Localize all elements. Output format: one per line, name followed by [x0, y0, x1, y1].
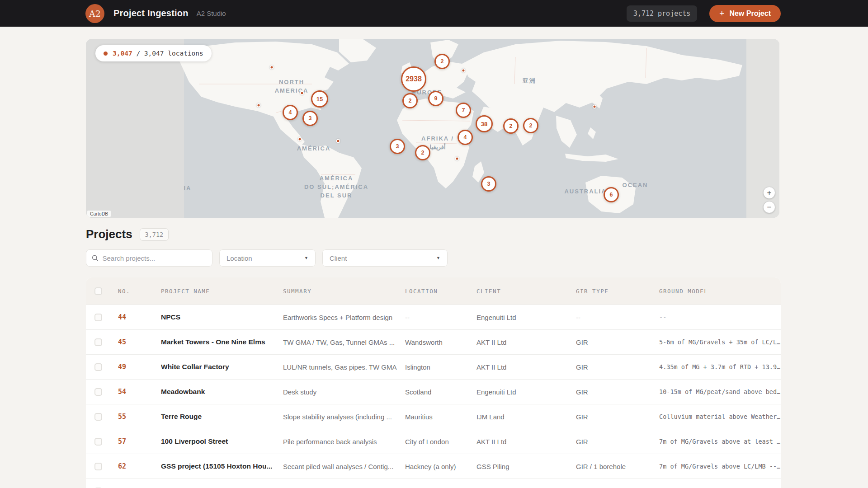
row-summary: Secant piled wall analyses / Contig...: [276, 463, 398, 470]
row-ground-model: 4.35m of MG + 3.7m of RTD + 13.9…: [652, 363, 781, 371]
row-client: Engenuiti Ltd: [469, 388, 569, 396]
location-filter-label: Location: [226, 254, 252, 262]
row-checkbox[interactable]: [94, 388, 102, 396]
table-row[interactable]: 44NPCSEarthworks Specs + Platform design…: [86, 305, 781, 329]
column-header: CLIENT: [469, 288, 569, 295]
row-location: City of London: [398, 438, 469, 446]
client-filter-dropdown[interactable]: Client ▼: [322, 249, 448, 267]
row-gir-type: GIR: [569, 388, 652, 396]
row-location: Hackney (a only): [398, 463, 469, 470]
projects-count-badge: 3,712 projects: [627, 5, 697, 22]
select-all-checkbox[interactable]: [94, 287, 102, 295]
row-summary: Pile performance back analysis: [276, 438, 398, 446]
location-filter-dropdown[interactable]: Location ▼: [219, 249, 316, 267]
map-cluster-marker[interactable]: 6: [604, 187, 619, 202]
row-project-name: Terre Rouge: [154, 413, 276, 421]
row-checkbox[interactable]: [94, 463, 102, 470]
map-cluster-marker[interactable]: 4: [283, 105, 298, 120]
search-input[interactable]: [103, 254, 207, 262]
row-checkbox-cell: [86, 388, 111, 396]
row-checkbox[interactable]: [94, 413, 102, 421]
map-zoom-out-button[interactable]: −: [763, 201, 775, 213]
row-client: GSS Piling: [469, 463, 569, 470]
row-ground-model: 10-15m of MG/peat/sand above bed…: [652, 388, 781, 395]
row-location: Mauritius: [398, 413, 469, 421]
map-attribution-link[interactable]: CartoDB: [87, 211, 111, 217]
row-no: 57: [111, 437, 154, 446]
map-point-marker[interactable]: [462, 69, 466, 73]
row-checkbox[interactable]: [94, 338, 102, 346]
row-project-name: Market Towers - One Nine Elms: [154, 338, 276, 346]
map-cluster-marker[interactable]: 2: [434, 54, 450, 69]
row-project-name: 100 Liverpool Street: [154, 437, 276, 446]
row-no: 49: [111, 363, 154, 371]
column-header: PROJECT NAME: [154, 288, 276, 295]
table-row[interactable]: 49White Collar FactoryLUL/NR tunnels, Ga…: [86, 354, 781, 379]
table-row[interactable]: 62GSS project (15105 Hoxton Hou...Secant…: [86, 454, 781, 479]
map-cluster-marker[interactable]: 15: [311, 90, 328, 108]
row-summary: Earthworks Specs + Platform design: [276, 314, 398, 321]
map-cluster-marker[interactable]: 3: [390, 139, 405, 154]
map-cluster-marker[interactable]: 3: [481, 176, 496, 192]
map-point-marker[interactable]: [298, 137, 302, 141]
search-icon: [92, 254, 99, 262]
projects-section: Projects 3,712 Location ▼ Client ▼ NO.PR…: [86, 227, 781, 488]
projects-table: NO.PROJECT NAMESUMMARYLOCATIONCLIENTGIR …: [86, 277, 781, 488]
row-gir-type: GIR: [569, 438, 652, 446]
map-point-marker[interactable]: [300, 91, 304, 95]
row-checkbox-cell: [86, 314, 111, 321]
map-cluster-marker[interactable]: 9: [428, 91, 443, 106]
row-no: 54: [111, 388, 154, 396]
row-checkbox[interactable]: [94, 438, 102, 446]
row-project-name: GSS project (15105 Hoxton Hou...: [154, 462, 276, 470]
map-cluster-marker[interactable]: 2: [503, 118, 519, 134]
table-row[interactable]: 63Dyne HouseDesk studyHaringeyExpedition…: [86, 479, 781, 488]
row-client: Engenuiti Ltd: [469, 314, 569, 321]
locations-shown: 3,047: [113, 50, 132, 57]
row-ground-model: 5-6m of MG/Gravels + 35m of LC/L…: [652, 338, 781, 346]
table-row[interactable]: 54MeadowbankDesk studyScotlandEngenuiti …: [86, 379, 781, 404]
row-gir-type: GIR / 1 borehole: [569, 463, 652, 470]
map-zoom-in-button[interactable]: +: [763, 187, 775, 199]
row-checkbox[interactable]: [94, 314, 102, 321]
row-location: Islington: [398, 363, 469, 371]
locations-count-badge: 3,047 / 3,047 locations: [95, 45, 212, 61]
row-checkbox-cell: [86, 363, 111, 371]
map-label-asia: 亚洲: [523, 77, 536, 85]
map-label-ia: IA: [184, 184, 192, 193]
row-location: --: [398, 314, 469, 321]
table-body: 44NPCSEarthworks Specs + Platform design…: [86, 305, 781, 488]
map-label-ocean: OCEAN: [623, 181, 648, 190]
map-point-marker[interactable]: [336, 139, 340, 143]
row-gir-type: GIR: [569, 338, 652, 346]
map-label-australia: AUSTRALIA: [564, 188, 606, 196]
map-cluster-marker[interactable]: 7: [456, 103, 471, 118]
map-point-marker[interactable]: [257, 103, 261, 108]
map-cluster-marker[interactable]: 2: [523, 118, 538, 133]
row-checkbox-cell: [86, 338, 111, 346]
map-point-marker[interactable]: [455, 157, 459, 161]
plus-icon: +: [719, 9, 724, 18]
table-row[interactable]: 45Market Towers - One Nine ElmsTW GMA / …: [86, 329, 781, 354]
map-cluster-marker[interactable]: 2938: [401, 66, 426, 92]
map-point-marker[interactable]: [593, 105, 597, 109]
row-location: Scotland: [398, 388, 469, 396]
map-cluster-marker[interactable]: 2: [415, 145, 430, 160]
map-cluster-marker[interactable]: 4: [458, 130, 473, 145]
new-project-button[interactable]: + New Project: [709, 5, 781, 22]
table-row[interactable]: 55Terre RougeSlope stability analyses (i…: [86, 404, 781, 429]
row-location: Wandsworth: [398, 338, 469, 346]
row-checkbox-cell: [86, 438, 111, 446]
map-point-marker[interactable]: [270, 66, 274, 70]
table-row[interactable]: 57100 Liverpool StreetPile performance b…: [86, 429, 781, 454]
row-client: IJM Land: [469, 413, 569, 421]
map-cluster-marker[interactable]: 38: [476, 115, 493, 132]
map-cluster-marker[interactable]: 2: [402, 93, 418, 108]
row-summary: Desk study: [276, 388, 398, 396]
world-map[interactable]: NORTHAMERICAAMÉRICAAMÉRICADO SUL;AMÉRICA…: [86, 39, 779, 218]
location-dot-icon: [104, 52, 108, 56]
map-cluster-marker[interactable]: 3: [302, 111, 318, 126]
row-checkbox-cell: [86, 463, 111, 470]
row-ground-model: 7m of MG/Gravels above at least …: [652, 438, 781, 445]
row-checkbox[interactable]: [94, 363, 102, 371]
